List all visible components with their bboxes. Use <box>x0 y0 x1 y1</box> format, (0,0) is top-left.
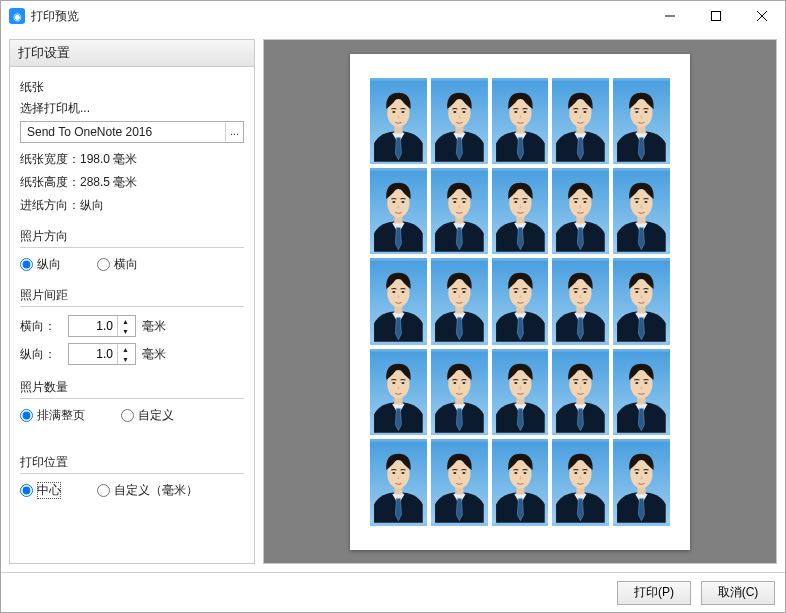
photo-thumbnail <box>492 78 549 164</box>
photo-thumbnail <box>431 78 488 164</box>
position-center-radio[interactable] <box>20 484 33 497</box>
photo-thumbnail <box>370 258 427 344</box>
svg-point-48 <box>584 201 587 203</box>
photo-thumbnail <box>613 78 670 164</box>
orientation-radios: 纵向 横向 <box>20 256 244 273</box>
svg-point-122 <box>575 472 578 474</box>
spacing-h-input[interactable]: ▲▼ <box>68 315 136 337</box>
svg-point-23 <box>584 111 587 113</box>
photo-thumbnail <box>613 168 670 254</box>
svg-point-87 <box>453 382 456 384</box>
unit-label: 毫米 <box>142 346 166 363</box>
chevron-up-icon[interactable]: ▲ <box>118 344 133 354</box>
spacing-h-field[interactable] <box>69 319 117 333</box>
photo-thumbnail <box>492 258 549 344</box>
svg-point-97 <box>575 382 578 384</box>
photo-thumbnail <box>492 168 549 254</box>
spacing-v-label: 纵向： <box>20 346 62 363</box>
svg-point-93 <box>523 382 526 384</box>
photo-thumbnail <box>492 349 549 435</box>
svg-point-32 <box>392 201 395 203</box>
orientation-portrait[interactable]: 纵向 <box>20 256 61 273</box>
minimize-button[interactable] <box>647 1 693 31</box>
paper-section-label: 纸张 <box>20 79 244 96</box>
unit-label: 毫米 <box>142 318 166 335</box>
svg-point-113 <box>462 472 465 474</box>
photo-thumbnail <box>370 78 427 164</box>
svg-point-22 <box>575 111 578 113</box>
svg-point-127 <box>636 472 639 474</box>
svg-point-8 <box>401 111 404 113</box>
count-fill[interactable]: 排满整页 <box>20 407 85 424</box>
preview-area <box>263 39 777 564</box>
position-center[interactable]: 中心 <box>20 482 61 499</box>
print-button[interactable]: 打印(P) <box>617 581 691 605</box>
svg-point-82 <box>392 382 395 384</box>
photo-thumbnail <box>552 349 609 435</box>
svg-point-18 <box>523 111 526 113</box>
app-icon: ◉ <box>9 8 25 24</box>
printer-value: Send To OneNote 2016 <box>21 125 225 139</box>
svg-point-12 <box>453 111 456 113</box>
orientation-landscape[interactable]: 横向 <box>97 256 138 273</box>
photo-thumbnail <box>370 168 427 254</box>
orientation-label: 照片方向 <box>20 228 244 245</box>
svg-point-83 <box>401 382 404 384</box>
printer-select[interactable]: Send To OneNote 2016 ... <box>20 121 244 143</box>
count-custom[interactable]: 自定义 <box>121 407 174 424</box>
titlebar: ◉ 打印预览 <box>1 1 785 31</box>
photo-thumbnail <box>613 258 670 344</box>
divider <box>20 473 244 474</box>
settings-header: 打印设置 <box>10 40 254 67</box>
printer-label: 选择打印机... <box>20 100 244 117</box>
photo-thumbnail <box>613 349 670 435</box>
svg-point-72 <box>575 291 578 293</box>
content-area: 打印设置 纸张 选择打印机... Send To OneNote 2016 ..… <box>1 31 785 572</box>
spacing-v-field[interactable] <box>69 347 117 361</box>
svg-point-98 <box>584 382 587 384</box>
chevron-down-icon[interactable]: ▼ <box>118 326 133 336</box>
count-custom-radio[interactable] <box>121 409 134 422</box>
position-custom-radio[interactable] <box>97 484 110 497</box>
svg-point-118 <box>523 472 526 474</box>
svg-point-117 <box>514 472 517 474</box>
cancel-button[interactable]: 取消(C) <box>701 581 775 605</box>
position-custom[interactable]: 自定义（毫米） <box>97 482 198 499</box>
photo-thumbnail <box>431 349 488 435</box>
svg-point-102 <box>636 382 639 384</box>
photo-thumbnail <box>552 168 609 254</box>
close-button[interactable] <box>739 1 785 31</box>
chevron-down-icon[interactable]: ▼ <box>118 354 133 364</box>
spinner-arrows[interactable]: ▲▼ <box>117 344 133 364</box>
orientation-portrait-radio[interactable] <box>20 258 33 271</box>
maximize-button[interactable] <box>693 1 739 31</box>
svg-point-53 <box>645 201 648 203</box>
svg-point-58 <box>401 291 404 293</box>
svg-point-68 <box>523 291 526 293</box>
svg-point-33 <box>401 201 404 203</box>
photo-thumbnail <box>431 168 488 254</box>
count-fill-radio[interactable] <box>20 409 33 422</box>
count-radios: 排满整页 自定义 <box>20 407 244 424</box>
svg-point-28 <box>645 111 648 113</box>
photo-thumbnail <box>552 258 609 344</box>
spacing-v-input[interactable]: ▲▼ <box>68 343 136 365</box>
chevron-up-icon[interactable]: ▲ <box>118 316 133 326</box>
orientation-landscape-radio[interactable] <box>97 258 110 271</box>
divider <box>20 398 244 399</box>
svg-point-38 <box>462 201 465 203</box>
photo-thumbnail <box>492 439 549 525</box>
svg-point-103 <box>645 382 648 384</box>
svg-point-27 <box>636 111 639 113</box>
preview-page <box>350 54 690 550</box>
svg-point-42 <box>514 201 517 203</box>
spinner-arrows[interactable]: ▲▼ <box>117 316 133 336</box>
count-label: 照片数量 <box>20 379 244 396</box>
svg-rect-1 <box>712 12 721 21</box>
photo-thumbnail <box>431 258 488 344</box>
printer-browse-icon[interactable]: ... <box>225 122 243 142</box>
svg-point-108 <box>401 472 404 474</box>
position-label: 打印位置 <box>20 454 244 471</box>
svg-point-92 <box>514 382 517 384</box>
window-title: 打印预览 <box>31 8 647 25</box>
